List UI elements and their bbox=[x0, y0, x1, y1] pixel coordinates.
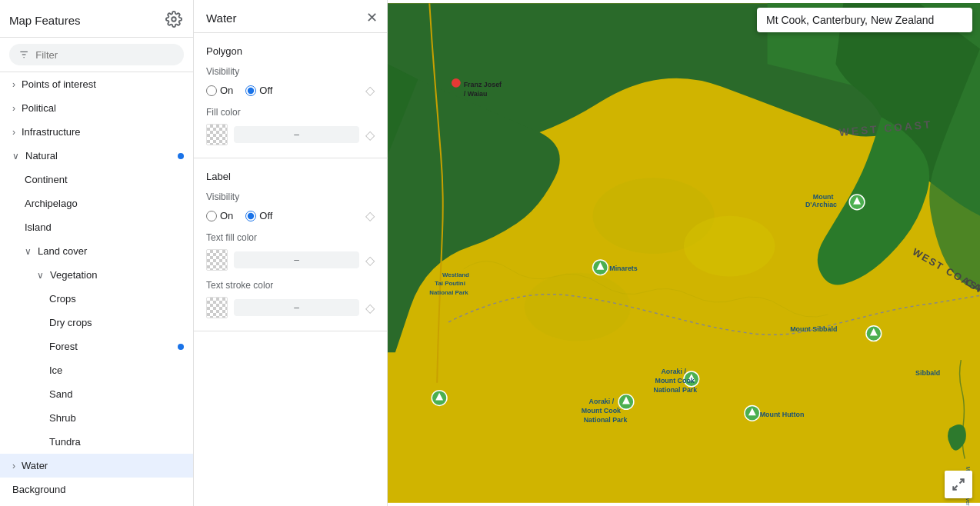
svg-text:National Park: National Park bbox=[429, 289, 468, 296]
visibility-row: On Off ◇ bbox=[206, 208, 375, 223]
label-section: Label Visibility On Off ◇ Text fill colo… bbox=[194, 158, 387, 331]
radio-on[interactable] bbox=[206, 211, 217, 221]
fullscreen-button[interactable] bbox=[945, 471, 972, 498]
radio-off[interactable] bbox=[245, 85, 256, 96]
gear-icon[interactable] bbox=[165, 11, 184, 29]
fill-color-swatch[interactable] bbox=[206, 124, 228, 145]
polygon-section: Polygon Visibility On Off ◇ Fill color –… bbox=[194, 33, 387, 158]
visibility-label: Visibility bbox=[206, 191, 375, 202]
sidebar-item-label: Continent bbox=[25, 174, 68, 185]
sidebar-item-land-cover[interactable]: ∨ Land cover bbox=[0, 239, 193, 263]
svg-text:Sibbald: Sibbald bbox=[915, 369, 940, 377]
expand-down-icon: ∨ bbox=[12, 151, 19, 161]
diamond-icon[interactable]: ◇ bbox=[365, 83, 375, 98]
svg-text:Mount Sibbald: Mount Sibbald bbox=[790, 325, 837, 333]
svg-text:Aoraki /: Aoraki / bbox=[589, 398, 615, 405]
active-dot bbox=[178, 344, 184, 350]
text-fill-color-value: – bbox=[234, 251, 359, 268]
map-search[interactable]: Mt Cook, Canterbury, New Zealand bbox=[757, 8, 972, 32]
panel-header: Water ✕ bbox=[194, 0, 387, 33]
filter-input[interactable] bbox=[35, 49, 175, 61]
svg-text:Westland: Westland bbox=[442, 271, 469, 278]
fill-color-label: Fill color bbox=[206, 107, 375, 118]
sidebar-item-label: Political bbox=[22, 102, 56, 114]
sidebar-item-label: Background bbox=[12, 484, 65, 495]
svg-point-0 bbox=[172, 17, 176, 22]
fill-color-row: – ◇ bbox=[206, 124, 375, 145]
radio-on[interactable] bbox=[206, 85, 217, 96]
sidebar-item-crops[interactable]: Crops bbox=[0, 287, 193, 311]
right-panel: Water ✕ Polygon Visibility On Off ◇ Fill… bbox=[194, 0, 388, 506]
expand-right-icon: › bbox=[12, 103, 15, 114]
svg-text:National Park: National Park bbox=[584, 416, 628, 424]
sidebar-item-label: Shrub bbox=[49, 412, 76, 424]
svg-point-10 bbox=[525, 273, 631, 341]
sidebar-item-ice[interactable]: Ice bbox=[0, 358, 193, 382]
diamond-icon[interactable]: ◇ bbox=[365, 301, 375, 315]
sidebar-item-label: Infrastructure bbox=[22, 126, 81, 138]
radio-off-label[interactable]: Off bbox=[245, 210, 272, 221]
expand-right-icon: › bbox=[12, 79, 15, 90]
svg-text:National Park: National Park bbox=[654, 386, 698, 394]
svg-text:Minarets: Minarets bbox=[609, 265, 638, 272]
sidebar-item-label: Vegetation bbox=[50, 269, 97, 281]
sidebar-item-label: Island bbox=[25, 221, 52, 233]
radio-group: On Off bbox=[206, 210, 353, 221]
sidebar-item-water[interactable]: › Water bbox=[0, 454, 193, 478]
text-stroke-color-swatch[interactable] bbox=[206, 297, 228, 318]
sidebar-item-island[interactable]: Island bbox=[0, 215, 193, 239]
text-fill-color-swatch[interactable] bbox=[206, 249, 228, 271]
sidebar-item-sand[interactable]: Sand bbox=[0, 382, 193, 406]
sidebar-item-label: Ice bbox=[49, 365, 62, 376]
sidebar-item-background[interactable]: Background bbox=[0, 478, 193, 501]
panel-title: Water bbox=[206, 12, 236, 25]
sidebar-item-label: Archipelago bbox=[25, 198, 78, 209]
radio-off-label[interactable]: Off bbox=[245, 85, 272, 96]
sidebar-item-infrastructure[interactable]: › Infrastructure bbox=[0, 120, 193, 144]
svg-text:/ Waiau: / Waiau bbox=[464, 90, 488, 98]
sidebar-item-points-of-interest[interactable]: › Points of interest bbox=[0, 72, 193, 96]
sidebar-item-label: Natural bbox=[25, 150, 58, 161]
radio-off[interactable] bbox=[245, 211, 256, 221]
sidebar-item-label: Land cover bbox=[38, 245, 87, 257]
visibility-row: On Off ◇ bbox=[206, 83, 375, 98]
fullscreen-icon bbox=[952, 478, 965, 491]
sidebar-item-label: Water bbox=[22, 460, 48, 471]
sidebar-item-label: Forest bbox=[49, 341, 78, 352]
svg-point-15 bbox=[452, 78, 461, 88]
sidebar-item-label: Points of interest bbox=[22, 78, 96, 90]
label-section-title: Label bbox=[206, 171, 375, 182]
sidebar-item-shrub[interactable]: Shrub bbox=[0, 406, 193, 430]
diamond-icon[interactable]: ◇ bbox=[365, 128, 375, 142]
map-svg: WEST COAST CANTERBURY WEST COAST CANTERB… bbox=[388, 0, 980, 506]
text-stroke-color-row: – ◇ bbox=[206, 297, 375, 318]
sidebar-item-tundra[interactable]: Tundra bbox=[0, 430, 193, 454]
sidebar: Map Features › Points of interest › P bbox=[0, 0, 194, 506]
sidebar-item-natural[interactable]: ∨ Natural bbox=[0, 144, 193, 168]
diamond-icon[interactable]: ◇ bbox=[365, 208, 375, 223]
sidebar-item-forest[interactable]: Forest bbox=[0, 335, 193, 358]
radio-on-label[interactable]: On bbox=[206, 85, 233, 96]
expand-right-icon: › bbox=[12, 127, 15, 138]
svg-text:D'Archiac: D'Archiac bbox=[805, 201, 837, 208]
filter-icon bbox=[18, 48, 29, 61]
filter-bar bbox=[0, 38, 193, 72]
text-stroke-color-value: – bbox=[234, 299, 359, 316]
svg-text:Mount Cook: Mount Cook bbox=[655, 377, 694, 384]
sidebar-item-archipelago[interactable]: Archipelago bbox=[0, 191, 193, 215]
close-button[interactable]: ✕ bbox=[366, 11, 378, 25]
sidebar-item-political[interactable]: › Political bbox=[0, 96, 193, 120]
map-search-value: Mt Cook, Canterbury, New Zealand bbox=[766, 14, 934, 26]
sidebar-header: Map Features bbox=[0, 0, 193, 38]
sidebar-item-dry-crops[interactable]: Dry crops bbox=[0, 311, 193, 335]
sidebar-item-label: Tundra bbox=[49, 436, 81, 448]
svg-text:Tai Poutini: Tai Poutini bbox=[435, 280, 465, 287]
diamond-icon[interactable]: ◇ bbox=[365, 253, 375, 268]
sidebar-item-label: Crops bbox=[49, 293, 76, 305]
text-stroke-color-label: Text stroke color bbox=[206, 280, 375, 291]
sidebar-item-continent[interactable]: Continent bbox=[0, 168, 193, 191]
svg-text:Mount: Mount bbox=[813, 193, 834, 201]
sidebar-item-vegetation[interactable]: ∨ Vegetation bbox=[0, 263, 193, 287]
radio-group: On Off bbox=[206, 85, 353, 96]
radio-on-label[interactable]: On bbox=[206, 210, 233, 221]
